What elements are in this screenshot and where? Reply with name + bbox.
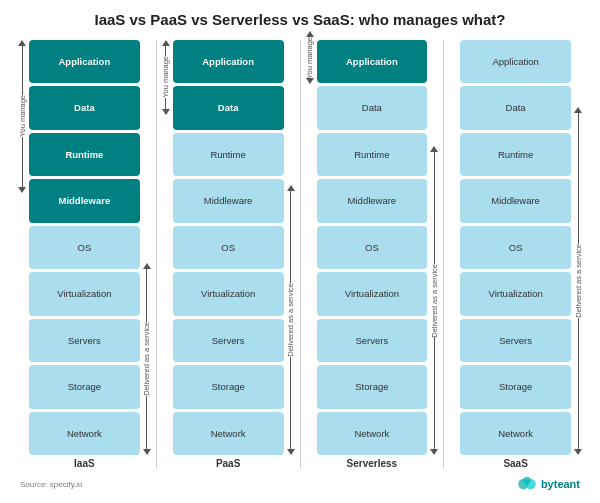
paas-right-bracket: Delivered as a service <box>284 40 298 456</box>
iaas-label: IaaS <box>15 458 154 469</box>
paas-cell-5: Virtualization <box>173 272 284 316</box>
serverless-cell-1: Data <box>317 86 428 130</box>
arrow-down-icon <box>430 449 438 455</box>
iaas-cell-4: OS <box>29 226 140 270</box>
serverless-label: Serverless <box>303 458 442 469</box>
serverless-cell-0: Application <box>317 40 428 84</box>
paas-cell-7: Storage <box>173 365 284 409</box>
paas-cell-8: Network <box>173 412 284 456</box>
paas-cell-4: OS <box>173 226 284 270</box>
iaas-right-bracket: Delivered as a service <box>140 40 154 456</box>
saas-cell-7: Storage <box>460 365 571 409</box>
serverless-cell-6: Servers <box>317 319 428 363</box>
saas-cell-2: Runtime <box>460 133 571 177</box>
paas-cell-1: Data <box>173 86 284 130</box>
footer: Source: specify.io byteant <box>15 475 585 493</box>
column-divider <box>300 40 301 470</box>
paas-column: ApplicationDataRuntimeMiddlewareOSVirtua… <box>173 40 284 456</box>
arrow-down-icon <box>574 449 582 455</box>
iaas-column: ApplicationDataRuntimeMiddlewareOSVirtua… <box>29 40 140 456</box>
iaas-section: You manageApplicationDataRuntimeMiddlewa… <box>15 40 154 470</box>
saas-label: SaaS <box>446 458 585 469</box>
you-manage-label: You manage <box>18 95 27 137</box>
iaas-cell-7: Storage <box>29 365 140 409</box>
serverless-right-bracket: Delivered as a service <box>427 40 441 456</box>
arrow-down-icon <box>306 78 314 84</box>
serverless-cell-5: Virtualization <box>317 272 428 316</box>
paas-left-bracket: You manage <box>159 40 173 456</box>
saas-cell-0: Application <box>460 40 571 84</box>
you-manage-label: You manage <box>161 56 170 98</box>
serverless-cell-8: Network <box>317 412 428 456</box>
logo-icon <box>516 475 538 493</box>
column-divider <box>156 40 157 470</box>
you-manage-label: You manage <box>305 37 314 79</box>
delivered-label: Delivered as a service <box>430 264 439 338</box>
page-title: IaaS vs PaaS vs Serverless vs SaaS: who … <box>15 10 585 30</box>
arrow-down-icon <box>287 449 295 455</box>
saas-cell-3: Middleware <box>460 179 571 223</box>
iaas-cell-8: Network <box>29 412 140 456</box>
iaas-left-bracket: You manage <box>15 40 29 456</box>
iaas-cell-2: Runtime <box>29 133 140 177</box>
saas-left-bracket <box>446 40 460 456</box>
logo: byteant <box>516 475 580 493</box>
source-text: Source: specify.io <box>20 480 83 489</box>
serverless-left-bracket: You manage <box>303 40 317 456</box>
svg-point-2 <box>523 477 530 484</box>
paas-section: You manageApplicationDataRuntimeMiddlewa… <box>159 40 298 470</box>
saas-cell-5: Virtualization <box>460 272 571 316</box>
paas-cell-0: Application <box>173 40 284 84</box>
serverless-cell-4: OS <box>317 226 428 270</box>
main-content: You manageApplicationDataRuntimeMiddlewa… <box>15 40 585 470</box>
arrow-down-icon <box>162 109 170 115</box>
paas-cell-2: Runtime <box>173 133 284 177</box>
saas-cell-1: Data <box>460 86 571 130</box>
serverless-column: ApplicationDataRuntimeMiddlewareOSVirtua… <box>317 40 428 456</box>
saas-right-bracket: Delivered as a service <box>571 40 585 456</box>
arrow-down-icon <box>143 449 151 455</box>
saas-cell-8: Network <box>460 412 571 456</box>
serverless-cell-2: Runtime <box>317 133 428 177</box>
paas-label: PaaS <box>159 458 298 469</box>
arrow-down-icon <box>18 187 26 193</box>
saas-column: ApplicationDataRuntimeMiddlewareOSVirtua… <box>460 40 571 456</box>
iaas-cell-5: Virtualization <box>29 272 140 316</box>
saas-cell-6: Servers <box>460 319 571 363</box>
delivered-label: Delivered as a service <box>286 283 295 357</box>
delivered-label: Delivered as a service <box>574 244 583 318</box>
iaas-cell-6: Servers <box>29 319 140 363</box>
serverless-section: You manageApplicationDataRuntimeMiddlewa… <box>303 40 442 470</box>
logo-text: byteant <box>541 478 580 490</box>
column-divider <box>443 40 444 470</box>
arrow-up-icon <box>306 31 314 37</box>
iaas-cell-1: Data <box>29 86 140 130</box>
page: IaaS vs PaaS vs Serverless vs SaaS: who … <box>0 0 600 503</box>
saas-section: ApplicationDataRuntimeMiddlewareOSVirtua… <box>446 40 585 470</box>
paas-cell-6: Servers <box>173 319 284 363</box>
iaas-cell-0: Application <box>29 40 140 84</box>
delivered-label: Delivered as a service <box>142 322 151 396</box>
iaas-cell-3: Middleware <box>29 179 140 223</box>
saas-cell-4: OS <box>460 226 571 270</box>
paas-cell-3: Middleware <box>173 179 284 223</box>
serverless-cell-3: Middleware <box>317 179 428 223</box>
serverless-cell-7: Storage <box>317 365 428 409</box>
